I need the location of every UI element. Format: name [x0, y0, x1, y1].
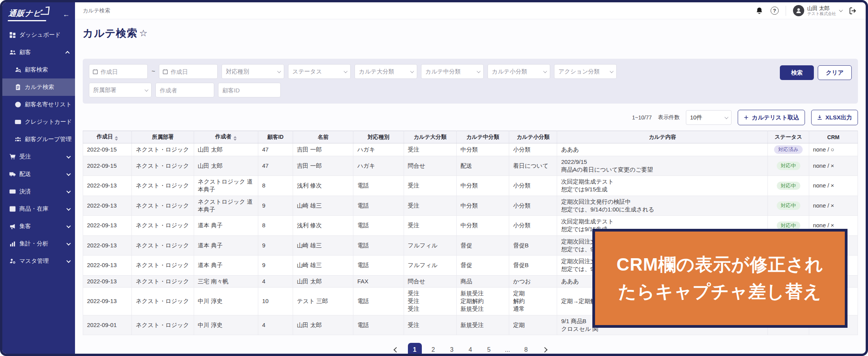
status-badge: 対応中 — [777, 162, 800, 170]
chevron-down-icon — [839, 8, 843, 12]
table-row[interactable]: 2022-09-13ネクスト・ロジックネクストロジック 道本典子9山崎 雄三電話… — [83, 196, 858, 216]
action-category-select[interactable]: アクション分類 — [554, 64, 617, 79]
result-range: 1~10/77 — [632, 114, 652, 121]
sidebar-item-orders[interactable]: 受注 — [2, 148, 75, 165]
column-header-3: 顧客ID — [258, 131, 293, 143]
cell-type: 電話 — [353, 196, 404, 216]
clear-button[interactable]: クリア — [818, 65, 852, 80]
pagination-page-2[interactable]: 2 — [426, 343, 440, 356]
user-menu[interactable]: 山田 太郎 テスト株式会社 — [793, 5, 842, 16]
sidebar-item-marketing[interactable]: 集客 — [2, 218, 75, 235]
sidebar-item-karte-search[interactable]: カルテ検索 — [2, 78, 75, 96]
column-header-label: カルテ中分類 — [466, 134, 499, 140]
karte-middle-category-select[interactable]: カルテ中分類 — [421, 64, 484, 79]
karte-list-import-button[interactable]: カルテリスト取込 — [738, 110, 805, 125]
cell-cat_m: 中分類 — [456, 216, 509, 236]
cell-cat_m: 督促 — [456, 256, 509, 276]
response-type-select[interactable]: 対応種別 — [222, 64, 284, 79]
pagination-prev[interactable] — [389, 343, 403, 356]
sidebar-item-customer-group-management[interactable]: 顧客グループ管理 — [2, 131, 75, 148]
created-date-from-field[interactable] — [89, 64, 148, 79]
cell-created: 2022-09-15 — [83, 156, 132, 176]
customer-id-input[interactable] — [218, 83, 281, 97]
app-logo[interactable]: 通販ナビ — [9, 7, 47, 21]
pagination-page-8[interactable]: 8 — [519, 343, 533, 356]
cell-cat_s: かつお — [509, 275, 557, 287]
table-row[interactable]: 2022-09-15ネクスト・ロジック山田 太郎47吉田 一郎ハガキ受注中分類小… — [83, 143, 858, 156]
created-date-to-field[interactable] — [159, 64, 218, 79]
created-date-to-input[interactable] — [171, 68, 214, 75]
bell-icon[interactable] — [755, 7, 764, 15]
chevron-down-icon — [477, 69, 481, 73]
cell-created: 2022-09-13 — [83, 176, 132, 196]
sidebar-item-products-inventory[interactable]: 商品・在庫 — [2, 200, 75, 218]
collapse-sidebar-icon[interactable] — [63, 10, 70, 19]
topbar-actions: 山田 太郎 テスト株式会社 — [755, 5, 857, 16]
avatar-icon — [793, 5, 804, 16]
pagination-next[interactable] — [538, 343, 552, 356]
xlsx-export-button[interactable]: XLSX出力 — [811, 110, 858, 125]
sidebar-item-dashboard[interactable]: ダッシュボード — [2, 26, 75, 44]
table-row[interactable]: 2022-09-15ネクスト・ロジック山田 太郎47吉田 一郎ハガキ問合せ配送着… — [83, 156, 858, 176]
cell-type: ハガキ — [353, 143, 404, 156]
favorite-star-icon[interactable]: ☆ — [139, 28, 148, 39]
sidebar-item-customer-name-merge-list[interactable]: 顧客名寄せリスト — [2, 96, 75, 113]
sidebar-item-analytics[interactable]: 集計・分析 — [2, 235, 75, 252]
plus-icon — [744, 115, 749, 120]
cell-type: 電話 — [353, 287, 404, 315]
column-header-0[interactable]: 作成日 — [83, 131, 132, 143]
pagination-page-1[interactable]: 1 — [408, 343, 422, 356]
cell-cat_s: 着日について — [509, 156, 557, 176]
credit-card-icon — [15, 119, 21, 125]
cell-author: 道本 典子 — [194, 216, 258, 236]
filter-buttons: 検索 クリア — [780, 65, 852, 80]
cell-cat_l: 受注 — [404, 196, 456, 216]
sidebar-item-label: 配送 — [19, 170, 31, 178]
column-header-2[interactable]: 作成者 — [194, 131, 258, 143]
table-row[interactable]: 2022-09-13ネクスト・ロジックネクストロジック 道本典子8浅利 修次電話… — [83, 176, 858, 196]
department-select-label: 所属部署 — [93, 87, 116, 94]
cell-name: 山崎 雄三 — [293, 196, 353, 216]
sidebar-item-master-management[interactable]: マスタ管理 — [2, 252, 75, 270]
sidebar-item-delivery[interactable]: 配送 — [2, 165, 75, 183]
column-header-label: カルテ小分類 — [517, 134, 549, 140]
cell-author: 中川 淳史 — [194, 287, 258, 315]
created-date-from-input[interactable] — [101, 68, 144, 75]
cell-cat_m: 商品 — [456, 275, 509, 287]
chevron-down-icon — [543, 69, 547, 73]
per-page-select[interactable]: 10件 — [686, 110, 732, 125]
sidebar-item-customer-search[interactable]: 顧客検索 — [2, 61, 75, 78]
cell-cat_s: 小分類 — [509, 176, 557, 196]
pagination-ellipsis: ... — [501, 343, 515, 356]
column-header-label: 対応種別 — [368, 134, 389, 140]
pagination-page-4[interactable]: 4 — [464, 343, 477, 356]
filter-row-2: 所属部署 — [89, 83, 852, 97]
sidebar-item-customers[interactable]: 顧客 — [2, 44, 75, 61]
karte-major-category-select[interactable]: カルテ大分類 — [355, 64, 417, 79]
chevron-down-icon — [67, 189, 71, 193]
cell-cat_s: 小分類 — [509, 143, 557, 156]
karte-minor-category-select[interactable]: カルテ小分類 — [488, 64, 550, 79]
app-window: 通販ナビ ダッシュボード顧客顧客検索カルテ検索顧客名寄せリストクレジットカード顧… — [0, 0, 868, 356]
cell-cat_s: 督促B — [509, 235, 557, 256]
status-select[interactable]: ステータス — [288, 64, 351, 79]
products-icon — [9, 206, 16, 212]
help-icon[interactable] — [771, 7, 779, 15]
sidebar-item-payment[interactable]: 決済 — [2, 183, 75, 200]
column-header-9: カルテ内容 — [557, 131, 768, 143]
pagination-page-5[interactable]: 5 — [482, 343, 496, 356]
calendar-icon — [92, 69, 98, 75]
department-select[interactable]: 所属部署 — [89, 83, 152, 97]
karte-list-import-label: カルテリスト取込 — [752, 114, 799, 121]
cell-author: ネクストロジック 道本典子 — [194, 176, 258, 196]
cell-type: FAX — [353, 275, 404, 287]
logout-icon[interactable] — [849, 7, 857, 15]
sidebar-item-credit-card[interactable]: クレジットカード — [2, 113, 75, 131]
author-input[interactable] — [155, 83, 214, 97]
column-header-label: 作成者 — [215, 133, 232, 140]
cell-name: 吉田 一郎 — [293, 156, 353, 176]
pagination-page-3[interactable]: 3 — [445, 343, 459, 356]
customers-icon — [9, 49, 16, 56]
search-button[interactable]: 検索 — [780, 65, 814, 80]
cell-cat_l: 受注 — [404, 143, 456, 156]
